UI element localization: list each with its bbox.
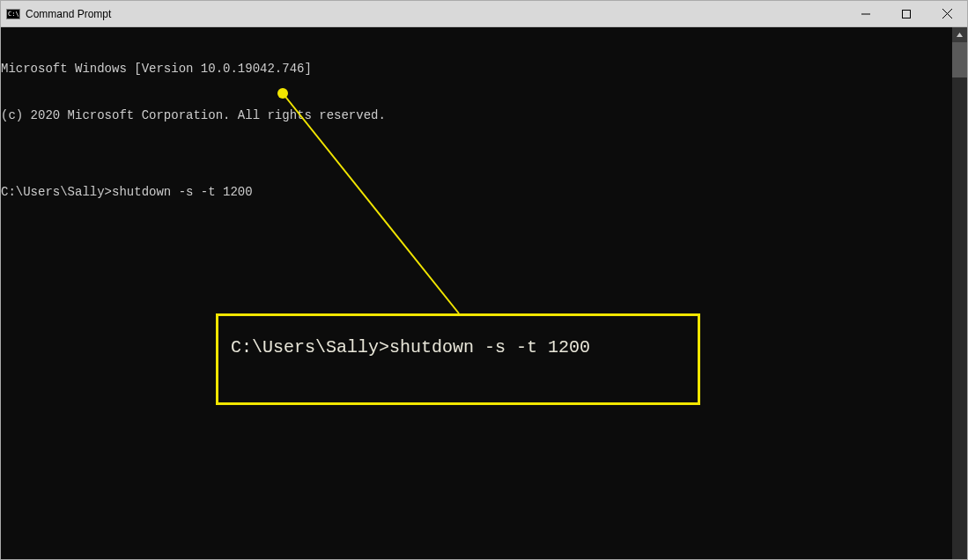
command-prompt-window: C:\ Command Prompt Microsoft Windows [Ve… [0,0,968,560]
close-button[interactable] [927,1,967,26]
terminal-line: (c) 2020 Microsoft Corporation. All righ… [1,108,952,124]
window-controls [846,1,967,26]
svg-rect-3 [903,10,911,18]
scroll-thumb[interactable] [952,42,967,77]
terminal-output[interactable]: Microsoft Windows [Version 10.0.19042.74… [1,27,952,559]
titlebar[interactable]: C:\ Command Prompt [1,1,967,27]
scroll-up-arrow-icon[interactable] [952,27,967,42]
terminal-line: Microsoft Windows [Version 10.0.19042.74… [1,62,952,77]
terminal-area: Microsoft Windows [Version 10.0.19042.74… [1,27,967,559]
title-left: C:\ Command Prompt [6,7,111,21]
minimize-button[interactable] [846,1,886,26]
maximize-button[interactable] [886,1,927,26]
terminal-prompt-line: C:\Users\Sally>shutdown -s -t 1200 [1,185,952,201]
svg-text:C:\: C:\ [8,11,19,18]
cmd-icon: C:\ [6,7,20,21]
typed-command: shutdown -s -t 1200 [112,185,253,199]
vertical-scrollbar[interactable] [952,27,967,559]
prompt-path: C:\Users\Sally> [1,185,112,199]
window-title: Command Prompt [26,8,111,20]
svg-marker-6 [957,33,963,37]
